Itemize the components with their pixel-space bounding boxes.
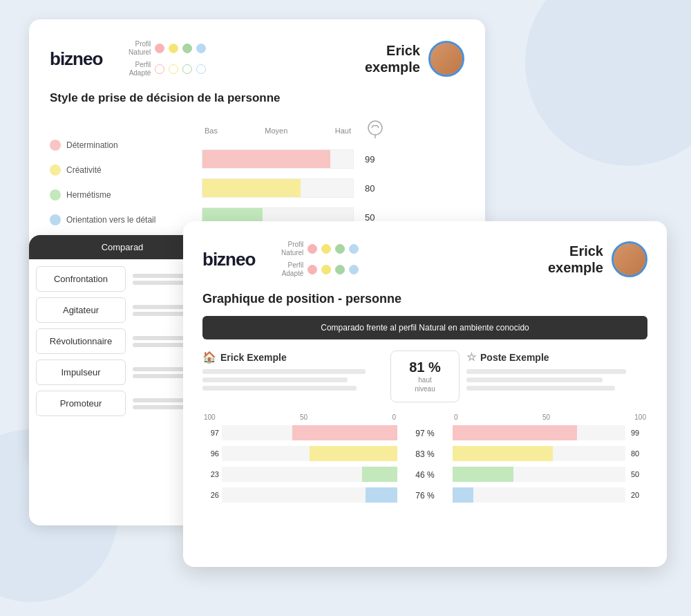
right-num-50: 50 xyxy=(631,470,647,478)
legend-creativite: Créativité xyxy=(50,165,188,176)
sidebar-line-8 xyxy=(133,374,186,378)
legend-dot-orientation xyxy=(50,214,61,225)
right-axis-row: 0 50 100 xyxy=(453,413,647,421)
profil-naturel-label: ProfilNaturel xyxy=(116,40,151,57)
dot-yellow-naturel xyxy=(169,44,178,53)
graphique-title: Graphique de position - personne xyxy=(202,292,647,306)
sidebar-box-confrontation[interactable]: Confrontation xyxy=(36,266,126,292)
dot-blue-nat-front xyxy=(349,244,359,254)
right-axis-0: 0 xyxy=(454,413,458,421)
mid-pct-1: 83 % xyxy=(397,449,453,459)
dot-pink-naturel xyxy=(155,44,164,53)
person-text-lines xyxy=(202,369,384,391)
dot-yellow-nat-front xyxy=(321,244,331,254)
left-wrap-26 xyxy=(222,487,397,503)
poste-line-1 xyxy=(466,369,626,374)
right-bar-20: 20 xyxy=(453,487,647,503)
left-bar-26: 26 xyxy=(202,487,397,503)
bar-row-0: 99 xyxy=(202,149,464,169)
name-area-back: Erickexemple xyxy=(365,42,420,75)
score-pct: 81 % xyxy=(402,360,448,375)
left-bar-96: 96 xyxy=(202,446,397,461)
legend-label-orientation: Orientation vers le détail xyxy=(66,215,155,225)
poste-label: Poste Exemple xyxy=(480,352,549,363)
legend-label-hermetisme: Hermétisme xyxy=(66,190,111,200)
dot-pink-nat-front xyxy=(307,244,317,254)
right-bar-99: 99 xyxy=(453,425,647,440)
star-icon: ☆ xyxy=(466,351,476,364)
brain-icon xyxy=(365,119,386,140)
dot-green-naturel xyxy=(182,44,192,53)
dot-yellow-adapt-front xyxy=(321,265,331,274)
left-bar-fill-97 xyxy=(292,425,397,440)
dot-blue-naturel xyxy=(196,44,206,53)
chart-right: 0 50 100 99 80 50 xyxy=(453,413,647,508)
sidebar-line-10 xyxy=(133,405,186,409)
person-name-front: Erickexemple xyxy=(548,243,603,276)
dot-blue-adapt-front xyxy=(349,265,359,274)
right-bar-fill-50 xyxy=(453,467,513,482)
avatar-back xyxy=(428,41,464,77)
right-axis-50: 50 xyxy=(542,413,550,421)
profile-labels-front: ProfilNaturel PerfilAdapté xyxy=(269,241,359,278)
bar-fill-1 xyxy=(202,179,301,197)
legend-label-creativite: Créativité xyxy=(66,165,102,175)
sidebar-box-agitateur[interactable]: Agitateur xyxy=(36,297,126,323)
left-num-26: 26 xyxy=(202,491,219,499)
mid-pct-0: 97 % xyxy=(397,429,453,438)
house-icon: 🏠 xyxy=(202,351,216,364)
mid-pct-3: 76 % xyxy=(397,491,453,501)
left-num-96: 96 xyxy=(202,449,219,458)
axis-haut: Haut xyxy=(335,127,351,135)
mid-pct-2: 46 % xyxy=(397,470,453,480)
left-axis-50: 50 xyxy=(300,413,307,421)
profil-naturel-row: ProfilNaturel xyxy=(116,40,206,57)
right-wrap-20 xyxy=(453,487,625,503)
person-name-back: Erickexemple xyxy=(365,42,420,75)
dot-green-adapte xyxy=(182,64,192,74)
person-line-1 xyxy=(202,369,366,374)
left-bar-fill-23 xyxy=(362,467,397,482)
poste-name-row: ☆ Poste Exemple xyxy=(466,351,647,364)
right-bar-50: 50 xyxy=(453,467,647,482)
profil-naturel-label-front: ProfilNaturel xyxy=(269,241,303,257)
sidebar-line-4 xyxy=(133,312,186,316)
legend-label-determination: Détermination xyxy=(66,140,118,150)
person-name-row: 🏠 Erick Exemple xyxy=(202,351,384,364)
poste-line-3 xyxy=(466,386,615,391)
legend-hermetisme: Hermétisme xyxy=(50,189,188,200)
person-label: Erick Exemple xyxy=(220,352,287,363)
svg-point-0 xyxy=(368,121,382,135)
poste-line-2 xyxy=(466,377,603,382)
sidebar-box-promoteur[interactable]: Promoteur xyxy=(36,391,126,416)
chart-middle: 97 % 83 % 46 % 76 % xyxy=(397,413,453,508)
left-bar-97: 97 xyxy=(202,425,397,440)
sidebar-box-impulseur[interactable]: Impulseur xyxy=(36,360,126,385)
right-num-20: 20 xyxy=(631,491,647,499)
left-wrap-97 xyxy=(222,425,397,440)
right-bar-fill-99 xyxy=(453,425,577,440)
avatar-face-back xyxy=(430,43,462,75)
card-front: bizneo ProfilNaturel PerfilAdapté Ericke… xyxy=(183,221,667,567)
axis-bas: Bas xyxy=(205,127,218,135)
right-bar-80: 80 xyxy=(453,446,647,461)
bar-value-0: 99 xyxy=(365,154,375,165)
left-bar-fill-96 xyxy=(310,446,397,461)
legend-dot-hermetisme xyxy=(50,189,61,200)
bar-container-0 xyxy=(202,149,354,169)
score-label: hautniveau xyxy=(402,375,448,393)
position-row: 🏠 Erick Exemple 81 % hautniveau ☆ Poste … xyxy=(202,351,647,402)
left-axis-row: 100 50 0 xyxy=(202,413,397,421)
dot-pink-adapt-front xyxy=(307,265,317,274)
left-num-97: 97 xyxy=(202,429,219,437)
sidebar-box-revolutionnaire[interactable]: Révolutionnaire xyxy=(36,328,126,354)
perfil-adapte-row: PerfilAdapté xyxy=(116,61,206,77)
right-wrap-50 xyxy=(453,467,625,482)
dot-green-nat-front xyxy=(335,244,345,254)
right-wrap-80 xyxy=(453,446,625,461)
dot-pink-adapte xyxy=(155,64,164,74)
bar-chart-area: Bas Moyen Haut 99 xyxy=(188,119,464,236)
person-col: 🏠 Erick Exemple xyxy=(202,351,384,391)
chart-area-back: Détermination Créativité Hermétisme Orie… xyxy=(50,119,464,236)
dot-yellow-adapte xyxy=(169,64,178,74)
